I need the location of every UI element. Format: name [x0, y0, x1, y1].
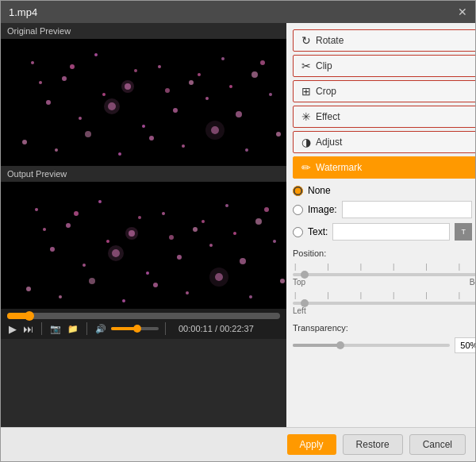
- position-h-labels: Top Bottom: [293, 278, 475, 287]
- snapshot-button[interactable]: 📷: [48, 324, 63, 334]
- close-button[interactable]: ✕: [458, 6, 467, 18]
- svg-point-2: [62, 76, 67, 81]
- cancel-button[interactable]: Cancel: [409, 434, 466, 455]
- svg-point-55: [59, 295, 62, 298]
- none-label[interactable]: None: [308, 185, 331, 196]
- progress-bar[interactable]: [7, 313, 280, 319]
- action-bar: Apply Restore Cancel: [1, 427, 475, 461]
- svg-point-35: [104, 98, 120, 114]
- progress-thumb: [25, 311, 34, 321]
- image-radio[interactable]: [293, 205, 303, 215]
- svg-point-29: [134, 69, 137, 72]
- svg-point-43: [193, 227, 198, 232]
- mute-button[interactable]: 🔊: [94, 324, 108, 334]
- svg-point-15: [236, 111, 242, 117]
- transparency-thumb: [336, 341, 344, 349]
- svg-point-5: [158, 65, 161, 68]
- text-input[interactable]: [332, 223, 450, 241]
- left-label: Left: [293, 306, 306, 315]
- svg-rect-37: [1, 182, 286, 309]
- svg-point-45: [255, 218, 262, 225]
- svg-point-63: [43, 228, 46, 231]
- text-row: Text: T ▦: [293, 223, 475, 241]
- divider-1: [41, 322, 42, 335]
- text-label[interactable]: Text:: [308, 226, 328, 237]
- transparency-fill: [293, 344, 340, 347]
- adjust-button[interactable]: ◑ Adjust: [293, 131, 475, 153]
- svg-point-17: [22, 140, 27, 144]
- svg-point-9: [46, 100, 51, 105]
- transparency-slider[interactable]: [293, 344, 450, 347]
- time-current: 00:00:11: [178, 324, 213, 333]
- position-v-labels: Left Right: [293, 306, 475, 315]
- position-v-slider-container: | | | | | | | Left Right: [293, 291, 475, 315]
- svg-point-30: [165, 88, 170, 93]
- svg-point-1: [31, 61, 34, 64]
- control-buttons: ▶ ⏭ 📷 📁 🔊 00:00:11 / 00:22:: [7, 322, 280, 335]
- folder-button[interactable]: 📁: [66, 324, 80, 334]
- svg-point-20: [118, 152, 121, 156]
- effect-label: Effect: [316, 111, 340, 122]
- clip-icon: ✂: [301, 60, 311, 72]
- svg-point-56: [89, 278, 95, 284]
- svg-point-26: [39, 81, 42, 84]
- none-radio[interactable]: [293, 186, 303, 196]
- rotate-button[interactable]: ↻ Rotate: [293, 29, 475, 52]
- image-row: Image: 📂: [293, 201, 475, 218]
- original-preview-label: Original Preview: [1, 23, 286, 39]
- crop-label: Crop: [316, 86, 336, 97]
- svg-point-62: [280, 279, 285, 283]
- svg-point-73: [209, 268, 228, 287]
- volume-slider[interactable]: [111, 327, 159, 330]
- none-row: None: [293, 185, 475, 196]
- position-v-thumb[interactable]: [301, 299, 309, 307]
- svg-point-42: [162, 212, 165, 215]
- crop-button[interactable]: ⊞ Crop: [293, 80, 475, 102]
- svg-point-58: [153, 283, 158, 287]
- position-left-right-slider[interactable]: [293, 302, 475, 305]
- restore-button[interactable]: Restore: [343, 434, 403, 455]
- text-font-button[interactable]: T: [455, 223, 472, 241]
- play-button[interactable]: ▶: [7, 323, 18, 335]
- transparency-select[interactable]: 50% 25% 75% 100%: [455, 337, 475, 353]
- position-h-thumb[interactable]: [301, 271, 309, 279]
- main-content: Original Preview: [1, 23, 475, 427]
- svg-point-50: [177, 255, 182, 260]
- text-radio[interactable]: [293, 227, 303, 237]
- original-preview-video: [1, 39, 286, 166]
- rotate-icon: ↻: [301, 34, 311, 47]
- svg-point-28: [102, 93, 106, 96]
- watermark-button[interactable]: ✏ Watermark: [293, 156, 475, 179]
- svg-point-57: [122, 299, 125, 302]
- rotate-label: Rotate: [316, 35, 344, 46]
- divider-2: [86, 322, 87, 335]
- effect-icon: ✳: [301, 110, 311, 123]
- svg-point-14: [205, 97, 209, 100]
- watermark-icon: ✏: [301, 161, 311, 174]
- position-top-bottom-slider[interactable]: [293, 273, 475, 276]
- adjust-icon: ◑: [301, 136, 311, 148]
- svg-point-32: [229, 85, 232, 88]
- apply-button[interactable]: Apply: [287, 434, 336, 455]
- svg-point-47: [83, 264, 86, 267]
- watermark-label: Watermark: [316, 162, 362, 173]
- svg-point-61: [249, 295, 252, 298]
- image-label[interactable]: Image:: [308, 204, 337, 215]
- time-total: 00:22:37: [220, 324, 254, 333]
- effect-button[interactable]: ✳ Effect: [293, 106, 475, 128]
- image-input[interactable]: [342, 201, 473, 218]
- left-panel: Original Preview: [1, 23, 286, 427]
- svg-point-67: [169, 235, 174, 240]
- svg-point-10: [79, 117, 82, 120]
- top-label: Top: [293, 278, 305, 287]
- svg-point-46: [50, 247, 55, 252]
- svg-point-7: [221, 57, 225, 60]
- svg-point-71: [125, 227, 138, 240]
- svg-point-65: [106, 240, 109, 243]
- clip-button[interactable]: ✂ Clip: [293, 55, 475, 77]
- clip-label: Clip: [316, 60, 332, 71]
- right-panel: ↻ Rotate ✂ Clip ⊞ Crop ✳ Effect ◑ Adju: [286, 23, 475, 427]
- svg-point-68: [202, 220, 205, 223]
- svg-point-66: [138, 216, 141, 219]
- fast-forward-button[interactable]: ⏭: [21, 323, 35, 335]
